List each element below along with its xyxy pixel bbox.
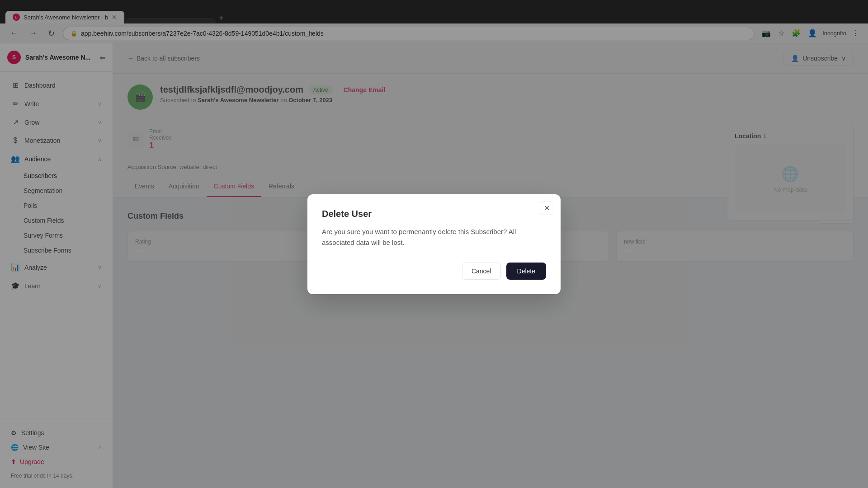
modal-close-button[interactable]: ✕ xyxy=(540,202,553,215)
modal-body: Are you sure you want to permenantly del… xyxy=(322,226,546,248)
delete-user-modal: ✕ Delete User Are you sure you want to p… xyxy=(307,194,561,294)
modal-overlay: ✕ Delete User Are you sure you want to p… xyxy=(0,0,868,488)
cancel-label: Cancel xyxy=(472,267,491,275)
delete-button[interactable]: Delete xyxy=(506,263,546,280)
modal-title: Delete User xyxy=(322,209,546,219)
cancel-button[interactable]: Cancel xyxy=(462,263,501,280)
modal-actions: Cancel Delete xyxy=(322,263,546,280)
delete-label: Delete xyxy=(517,267,535,275)
